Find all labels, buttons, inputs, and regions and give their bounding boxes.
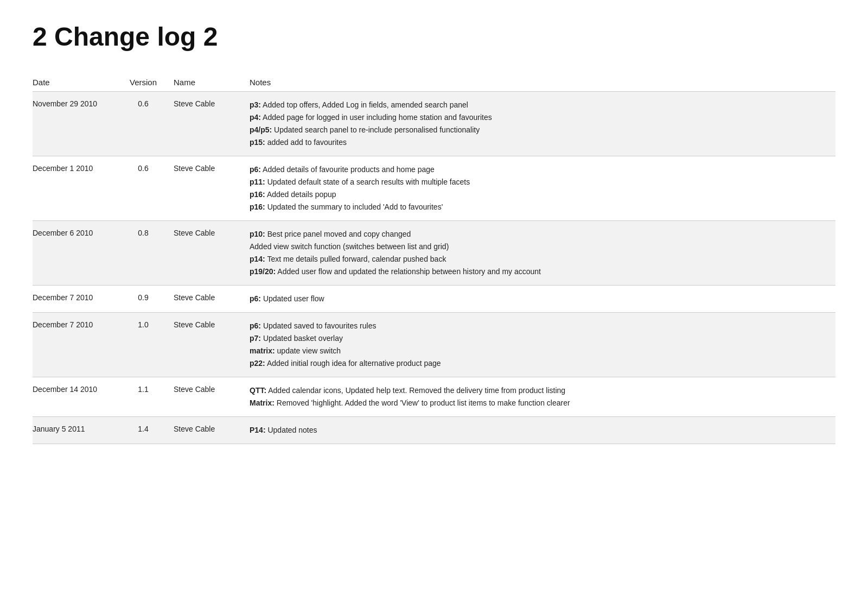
notes-line: p4/p5: Updated search panel to re-includ… (250, 124, 829, 136)
cell-notes: p3: Added top offers, Added Log in field… (250, 92, 835, 156)
notes-line: QTT: Added calendar icons, Updated help … (250, 385, 829, 396)
table-row: December 1 20100.6Steve Cablep6: Added d… (33, 156, 835, 221)
cell-notes: p10: Best price panel moved and copy cha… (250, 221, 835, 286)
notes-line: p10: Best price panel moved and copy cha… (250, 229, 829, 240)
notes-line: p7: Updated basket overlay (250, 333, 829, 344)
cell-date: December 7 2010 (33, 313, 119, 377)
notes-line: p3: Added top offers, Added Log in field… (250, 99, 829, 111)
cell-name: Steve Cable (174, 377, 250, 417)
cell-name: Steve Cable (174, 417, 250, 444)
cell-version: 0.6 (119, 156, 174, 221)
header-date: Date (33, 73, 119, 92)
cell-version: 1.0 (119, 313, 174, 377)
cell-date: December 7 2010 (33, 286, 119, 313)
header-name: Name (174, 73, 250, 92)
notes-line: p22: Added initial rough idea for altern… (250, 358, 829, 369)
notes-line: p6: Updated user flow (250, 293, 829, 305)
notes-line: p16: Updated the summary to included 'Ad… (250, 201, 829, 213)
cell-date: December 14 2010 (33, 377, 119, 417)
notes-line: p19/20: Added user flow and updated the … (250, 266, 829, 277)
notes-line: p16: Added details popup (250, 189, 829, 200)
cell-name: Steve Cable (174, 156, 250, 221)
cell-date: December 1 2010 (33, 156, 119, 221)
table-header-row: Date Version Name Notes (33, 73, 835, 92)
notes-line: Added view switch function (switches bet… (250, 241, 829, 252)
cell-notes: p6: Updated saved to favourites rulesp7:… (250, 313, 835, 377)
notes-line: matrix: update view switch (250, 345, 829, 357)
cell-notes: p6: Updated user flow (250, 286, 835, 313)
cell-version: 1.4 (119, 417, 174, 444)
notes-line: p6: Updated saved to favourites rules (250, 320, 829, 332)
table-row: November 29 20100.6Steve Cablep3: Added … (33, 92, 835, 156)
notes-line: p11: Updated default state of a search r… (250, 176, 829, 188)
cell-notes: P14: Updated notes (250, 417, 835, 444)
cell-version: 0.6 (119, 92, 174, 156)
table-row: January 5 20111.4Steve CableP14: Updated… (33, 417, 835, 444)
cell-notes: p6: Added details of favourite products … (250, 156, 835, 221)
page-title: 2 Change log 2 (33, 22, 835, 52)
cell-version: 0.9 (119, 286, 174, 313)
table-row: December 6 20100.8Steve Cablep10: Best p… (33, 221, 835, 286)
header-version: Version (119, 73, 174, 92)
cell-date: December 6 2010 (33, 221, 119, 286)
cell-version: 1.1 (119, 377, 174, 417)
notes-line: P14: Updated notes (250, 425, 829, 436)
table-row: December 7 20100.9Steve Cablep6: Updated… (33, 286, 835, 313)
notes-line: p6: Added details of favourite products … (250, 164, 829, 175)
table-row: December 7 20101.0Steve Cablep6: Updated… (33, 313, 835, 377)
notes-line: p14: Text me details pulled forward, cal… (250, 254, 829, 265)
notes-line: Matrix: Removed 'highlight. Added the wo… (250, 397, 829, 409)
notes-line: p4: Added page for logged in user includ… (250, 112, 829, 123)
cell-name: Steve Cable (174, 313, 250, 377)
cell-name: Steve Cable (174, 286, 250, 313)
cell-name: Steve Cable (174, 92, 250, 156)
cell-date: January 5 2011 (33, 417, 119, 444)
cell-notes: QTT: Added calendar icons, Updated help … (250, 377, 835, 417)
notes-line: p15: added add to favourites (250, 137, 829, 148)
cell-date: November 29 2010 (33, 92, 119, 156)
header-notes: Notes (250, 73, 835, 92)
table-row: December 14 20101.1Steve CableQTT: Added… (33, 377, 835, 417)
changelog-table: Date Version Name Notes November 29 2010… (33, 73, 835, 444)
cell-version: 0.8 (119, 221, 174, 286)
cell-name: Steve Cable (174, 221, 250, 286)
